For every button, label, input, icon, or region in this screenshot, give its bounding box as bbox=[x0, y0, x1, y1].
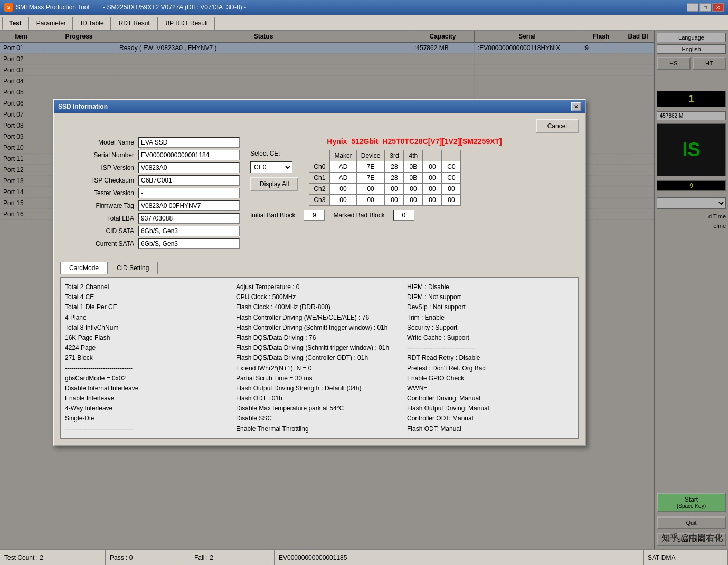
main-window: Test Parameter ID Table RDT Result 8P RD… bbox=[0, 15, 728, 565]
ce-cell-fifth: 00 bbox=[423, 195, 442, 206]
cardmode-col-3: HIPM : Disable DIPM : Not support DevSlp… bbox=[407, 282, 574, 434]
current-sata-label: Current SATA bbox=[60, 238, 134, 249]
serial-number-input[interactable] bbox=[138, 150, 240, 160]
serial-number-label: Serial Number bbox=[60, 150, 134, 160]
cid-sata-input[interactable] bbox=[138, 226, 240, 236]
isp-checksum-input[interactable] bbox=[138, 175, 240, 186]
bad-block-row: Initial Bad Block Marked Bad Block bbox=[250, 210, 579, 221]
display-all-button[interactable]: Display All bbox=[250, 177, 298, 191]
ce-cell-fifth: 00 bbox=[423, 184, 442, 195]
ce-cell-sixth: C0 bbox=[442, 173, 461, 184]
cancel-button[interactable]: Cancel bbox=[536, 119, 579, 133]
current-sata-input[interactable] bbox=[138, 238, 240, 249]
app-title: SMI Mass Production Tool bbox=[16, 4, 89, 11]
ce-cell-fifth: 00 bbox=[423, 173, 442, 184]
ce-col-maker: Maker bbox=[330, 150, 356, 161]
isp-checksum-label: ISP Checksum bbox=[60, 175, 134, 186]
ce-dropdown-row: CE0 bbox=[250, 161, 298, 173]
ce-left: Select CE: CE0 Display All bbox=[250, 150, 298, 206]
ce-cell-ch: Ch1 bbox=[309, 173, 330, 184]
flash-info-header: Hynix_512Gbit_H25T0TC28C[V7][1V2][SM2259… bbox=[250, 137, 579, 146]
ce-cell-ch: Ch0 bbox=[309, 161, 330, 173]
modal-content: Cancel Model Name Serial Number ISP Vers… bbox=[54, 113, 585, 445]
model-name-input[interactable] bbox=[138, 137, 240, 148]
cardmode-col-1: Total 2 Channel Total 4 CE Total 1 Die P… bbox=[65, 282, 232, 434]
isp-version-input[interactable] bbox=[138, 162, 240, 173]
cardmode-tabs: CardMode CID Setting bbox=[60, 262, 579, 274]
total-lba-input[interactable] bbox=[138, 213, 240, 224]
tab-test[interactable]: Test bbox=[2, 17, 29, 30]
status-bar: Test Count : 2 Pass : 0 Fail : 2 EV00000… bbox=[0, 549, 728, 565]
test-count: Test Count : 2 bbox=[0, 550, 106, 565]
tab-id-table[interactable]: ID Table bbox=[74, 17, 111, 30]
ce-table-container: Maker Device 3rd 4th bbox=[309, 150, 461, 206]
cardmode-col-2: Adjust Temperature : 0 CPU Clock : 500MH… bbox=[236, 282, 403, 434]
firmware-tag-input[interactable] bbox=[138, 200, 240, 211]
tab-parameter[interactable]: Parameter bbox=[30, 17, 73, 30]
form-grid: Model Name Serial Number ISP Version ISP… bbox=[60, 137, 240, 249]
ce-cell-ch: Ch2 bbox=[309, 184, 330, 195]
marked-bb-label: Marked Bad Block bbox=[333, 212, 384, 219]
maximize-button[interactable]: □ bbox=[699, 3, 711, 12]
ce-col-device: Device bbox=[356, 150, 385, 161]
total-lba-label: Total LBA bbox=[60, 213, 134, 224]
app-subtitle: - SM2258XT/59XT2 V0727A (DII : V0713A_3D… bbox=[103, 4, 246, 11]
ce-col-4th: 4th bbox=[404, 150, 423, 161]
firmware-tag-label: Firmware Tag bbox=[60, 200, 134, 211]
ce-cell-sixth: 00 bbox=[442, 195, 461, 206]
ce-select[interactable]: CE0 bbox=[250, 161, 292, 173]
ce-col-5th bbox=[423, 150, 442, 161]
ce-cell-sixth: C0 bbox=[442, 161, 461, 173]
modal-overlay: SSD Information ✕ Cancel Model Name bbox=[0, 31, 728, 549]
modal-btn-row: Cancel bbox=[60, 119, 579, 133]
ce-cell-maker: 00 bbox=[330, 184, 356, 195]
ce-cell-third: 28 bbox=[385, 161, 404, 173]
ce-section: Hynix_512Gbit_H25T0TC28C[V7][1V2][SM2259… bbox=[250, 137, 579, 255]
ce-cell-maker: 00 bbox=[330, 195, 356, 206]
ce-cell-third: 28 bbox=[385, 173, 404, 184]
serial-display: EV00000000000001185 bbox=[275, 550, 644, 565]
mode-display: SAT-DMA bbox=[644, 550, 728, 565]
ce-cell-fourth: 00 bbox=[404, 184, 423, 195]
ce-table-row: Ch0AD7E280B00C0 bbox=[309, 161, 461, 173]
app-icon: S bbox=[4, 3, 13, 12]
tester-version-label: Tester Version bbox=[60, 188, 134, 198]
ce-cell-maker: AD bbox=[330, 173, 356, 184]
close-button[interactable]: ✕ bbox=[712, 3, 724, 12]
pass-count: Pass : 0 bbox=[106, 550, 190, 565]
ce-col-6th bbox=[442, 150, 461, 161]
initial-bb-label: Initial Bad Block bbox=[250, 212, 295, 219]
tab-rdt-result[interactable]: RDT Result bbox=[112, 17, 158, 30]
modal-title: SSD Information bbox=[58, 103, 108, 110]
marked-bb-value bbox=[393, 210, 414, 221]
ce-table: Maker Device 3rd 4th bbox=[309, 150, 461, 206]
ssd-info-dialog: SSD Information ✕ Cancel Model Name bbox=[53, 99, 586, 446]
modal-close-button[interactable]: ✕ bbox=[571, 102, 581, 111]
title-bar-left: S SMI Mass Production Tool - SM2258XT/59… bbox=[4, 3, 246, 12]
ce-cell-third: 00 bbox=[385, 195, 404, 206]
ce-cell-device: 00 bbox=[356, 195, 385, 206]
ce-table-row: Ch1AD7E280B00C0 bbox=[309, 173, 461, 184]
fail-count: Fail : 2 bbox=[190, 550, 275, 565]
tester-version-input[interactable] bbox=[138, 188, 240, 198]
ce-inner: Select CE: CE0 Display All bbox=[250, 150, 579, 206]
top-section: Model Name Serial Number ISP Version ISP… bbox=[60, 137, 579, 255]
ce-cell-device: 00 bbox=[356, 184, 385, 195]
modal-title-bar: SSD Information ✕ bbox=[54, 100, 585, 113]
tab-cardmode[interactable]: CardMode bbox=[60, 262, 108, 274]
minimize-button[interactable]: — bbox=[687, 3, 698, 12]
ce-cell-maker: AD bbox=[330, 161, 356, 173]
isp-version-label: ISP Version bbox=[60, 162, 134, 173]
ce-cell-ch: Ch3 bbox=[309, 195, 330, 206]
cid-sata-label: CID SATA bbox=[60, 226, 134, 236]
ce-cell-sixth: 00 bbox=[442, 184, 461, 195]
tab-8p-rdt-result[interactable]: 8P RDT Result bbox=[159, 17, 215, 30]
tab-cid-setting[interactable]: CID Setting bbox=[108, 262, 158, 274]
cardmode-content: Total 2 Channel Total 4 CE Total 1 Die P… bbox=[60, 277, 579, 439]
select-ce-label: Select CE: bbox=[250, 150, 280, 157]
ce-cell-device: 7E bbox=[356, 161, 385, 173]
ce-cell-fifth: 00 bbox=[423, 161, 442, 173]
initial-bb-value bbox=[304, 210, 325, 221]
window-controls: — □ ✕ bbox=[687, 3, 724, 12]
title-bar: S SMI Mass Production Tool - SM2258XT/59… bbox=[0, 0, 728, 15]
